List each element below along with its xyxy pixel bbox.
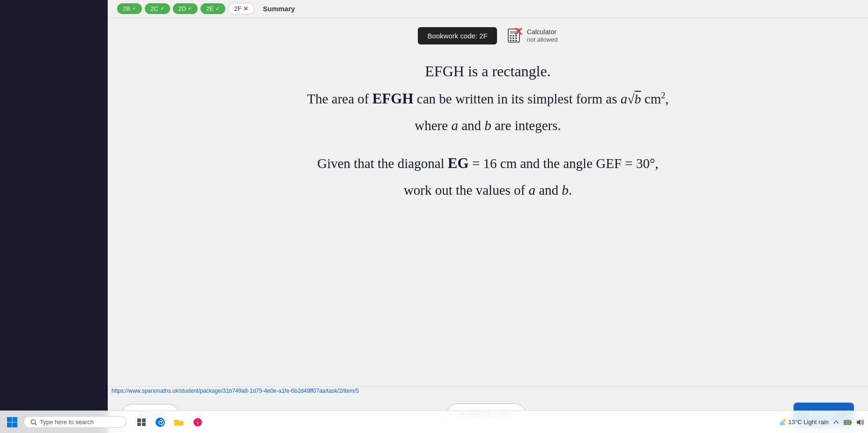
tab-2b-label: 2B [123,5,130,12]
taskbar-right: 13°C Light rain [778,418,864,426]
battery-icon [844,419,852,426]
search-icon [30,419,37,426]
svg-rect-4 [515,35,517,37]
bookwork-bar: Bookwork code: 2F [418,27,557,44]
tab-2d[interactable]: 2D ✓ [173,3,198,14]
calculator-sublabel: not allowed [527,36,558,44]
weather-icon [778,418,786,426]
svg-rect-14 [13,417,18,422]
taskbar-search[interactable]: Type here to search [23,416,126,428]
task-view-button[interactable] [133,414,150,431]
svg-rect-15 [7,422,12,427]
svg-rect-13 [7,417,12,422]
svg-text:♪: ♪ [197,420,199,425]
svg-rect-6 [512,37,514,39]
tab-2e-label: 2E [206,5,214,12]
question-line-3: where a and b are integers. [307,114,668,137]
tab-2c[interactable]: 2C ✓ [145,3,170,14]
check-icon: ✓ [215,6,220,12]
svg-rect-20 [142,418,146,422]
volume-icon [856,418,864,426]
check-icon: ✓ [132,6,136,12]
calculator-text: Calculator not allowed [527,28,558,44]
calculator-label: Calculator [527,28,558,36]
svg-rect-9 [512,40,514,41]
tab-2f-label: 2F [234,5,241,12]
svg-rect-30 [851,421,852,423]
tab-2c-label: 2C [150,5,158,12]
search-placeholder: Type here to search [40,418,94,426]
start-button[interactable] [4,414,21,431]
svg-rect-22 [142,423,146,426]
top-nav: 2B ✓ 2C ✓ 2D ✓ 2E ✓ 2F ✕ Summary [108,0,868,18]
tab-2f[interactable]: 2F ✕ [228,3,254,15]
svg-rect-2 [510,35,512,37]
main-content: 2B ✓ 2C ✓ 2D ✓ 2E ✓ 2F ✕ Summary Bookwor… [108,0,868,433]
svg-rect-3 [512,35,514,37]
svg-rect-16 [13,422,18,427]
svg-line-18 [35,423,37,425]
desktop-icon [137,418,146,426]
question-area: Bookwork code: 2F [108,18,868,386]
x-icon: ✕ [243,5,248,12]
svg-point-27 [783,419,786,422]
question-line-5: work out the values of a and b. [307,179,668,202]
summary-tab[interactable]: Summary [257,3,300,15]
bookwork-code-badge: Bookwork code: 2F [418,27,497,44]
check-icon: ✓ [160,6,164,12]
windows-icon [7,417,18,428]
svg-rect-26 [779,424,785,425]
edge-browser-button[interactable] [152,414,169,431]
calculator-icon [506,28,523,44]
url-bar: https://www.sparxmaths.uk/student/packag… [108,386,868,395]
question-line-1: EFGH is a rectangle. [307,59,668,84]
svg-rect-29 [845,421,850,424]
left-sidebar [0,0,108,433]
svg-rect-10 [515,40,517,41]
tab-2d-label: 2D [178,5,186,12]
question-line-2: The area of EFGH can be written in its s… [307,87,668,111]
chevron-up-icon [832,418,840,426]
folder-icon [174,418,184,426]
notifications-button[interactable]: ♪ [189,414,206,431]
svg-rect-5 [510,37,512,39]
svg-rect-19 [137,418,141,422]
question-text: EFGH is a rectangle. The area of EFGH ca… [307,59,668,205]
weather-text: 13°C Light rain [788,418,829,426]
svg-rect-8 [510,40,512,41]
svg-rect-7 [515,37,517,39]
file-explorer-button[interactable] [171,414,187,431]
taskbar: Type here to search [0,411,868,433]
svg-marker-31 [857,419,861,425]
svg-rect-21 [137,423,141,426]
weather-info: 13°C Light rain [778,418,829,426]
calculator-badge: Calculator not allowed [506,28,558,44]
calendar-icon: ♪ [193,418,202,427]
check-icon: ✓ [188,6,192,12]
tab-2b[interactable]: 2B ✓ [117,3,142,14]
question-line-4: Given that the diagonal EG = 16 cm and t… [307,151,668,176]
tab-2e[interactable]: 2E ✓ [200,3,225,14]
edge-icon [155,417,165,427]
